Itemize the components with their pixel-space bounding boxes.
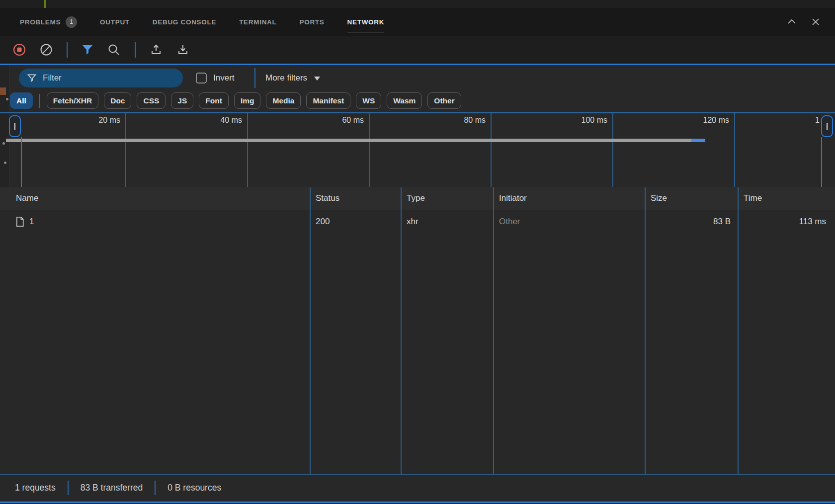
network-panel-content: Invert More filters All Fetch/XHR Doc CS…: [0, 65, 835, 504]
export-har-icon[interactable]: [176, 43, 189, 56]
request-name: 1: [29, 210, 34, 233]
overview-left-edge: [21, 137, 22, 187]
panel-window-controls: [786, 8, 821, 36]
waterfall-bar-waiting: [6, 139, 691, 142]
import-har-icon[interactable]: [150, 43, 163, 56]
overview-gridline: [612, 113, 613, 187]
overview-gridline: [125, 113, 126, 187]
problems-count-badge: 1: [66, 16, 77, 28]
chevron-up-icon[interactable]: [786, 16, 797, 27]
overview-right-edge: [821, 137, 822, 187]
tick-label-80ms: 80 ms: [386, 116, 486, 125]
tick-label-20ms: 20 ms: [21, 116, 120, 125]
tab-problems-label: PROBLEMS: [20, 18, 61, 26]
filter-funnel-outline-icon: [27, 73, 37, 83]
document-icon: [15, 216, 25, 227]
chip-js[interactable]: JS: [171, 92, 193, 109]
request-size-cell: 83 B: [645, 210, 731, 233]
chip-fetch-xhr[interactable]: Fetch/XHR: [47, 92, 98, 109]
chip-media[interactable]: Media: [266, 92, 301, 109]
annotation-dot: [6, 98, 8, 100]
tab-ports[interactable]: PORTS: [300, 8, 325, 36]
network-filter-field[interactable]: [19, 69, 183, 87]
request-type-cell: xhr: [407, 210, 418, 233]
waterfall-bar-download: [691, 139, 705, 142]
column-header-initiator[interactable]: Initiator: [499, 187, 527, 210]
toolbar-divider: [135, 42, 136, 58]
handle-grip: [14, 123, 16, 130]
requests-table-header: Name Status Type Initiator Size Time: [0, 187, 835, 210]
column-header-time[interactable]: Time: [744, 187, 762, 210]
chip-manifest[interactable]: Manifest: [306, 92, 350, 109]
tick-label-140ms-cropped: 1: [815, 116, 820, 125]
tick-label-60ms: 60 ms: [264, 116, 364, 125]
panel-focus-border-bottom: [0, 502, 835, 503]
invert-filter-toggle[interactable]: Invert: [196, 65, 235, 91]
filter-input[interactable]: [43, 73, 167, 83]
request-status-cell: 200: [316, 210, 330, 233]
overview-gridline: [491, 113, 492, 187]
request-type-filter-row: All Fetch/XHR Doc CSS JS Font Img Media …: [10, 91, 557, 111]
clear-icon[interactable]: [40, 43, 53, 56]
column-header-type[interactable]: Type: [407, 187, 425, 210]
resources-size: 0 B resources: [167, 483, 221, 493]
column-header-size[interactable]: Size: [651, 187, 667, 210]
overview-gridline: [369, 113, 370, 187]
request-name-cell[interactable]: 1: [15, 210, 303, 233]
network-toolbar: [0, 36, 835, 64]
more-filters-label: More filters: [265, 73, 307, 83]
request-time-cell: 113 ms: [738, 210, 826, 233]
request-initiator-cell: Other: [499, 210, 520, 233]
chip-font[interactable]: Font: [199, 92, 229, 109]
overview-left-handle[interactable]: [9, 115, 21, 137]
network-overview-timeline[interactable]: 20 ms 40 ms 60 ms 80 ms 100 ms 120 ms 1: [0, 112, 835, 187]
table-row[interactable]: 1 200 xhr Other 83 B 113 ms: [0, 210, 835, 233]
record-icon[interactable]: [13, 43, 26, 56]
tick-label-40ms: 40 ms: [143, 116, 242, 125]
tick-label-100ms: 100 ms: [508, 116, 607, 125]
chip-css[interactable]: CSS: [137, 92, 166, 109]
panel-tabbar: PROBLEMS 1 OUTPUT DEBUG CONSOLE TERMINAL…: [0, 8, 835, 36]
chip-ws[interactable]: WS: [356, 92, 381, 109]
column-header-status[interactable]: Status: [316, 187, 339, 210]
invert-label: Invert: [213, 73, 235, 83]
editor-code-strip: 20 // const yourMMKVStorage = new MMKV()…: [0, 0, 835, 8]
chip-img[interactable]: Img: [234, 92, 261, 109]
git-modified-indicator: [44, 0, 46, 8]
tab-network[interactable]: NETWORK: [347, 8, 385, 36]
transferred-size: 83 B transferred: [81, 483, 143, 493]
overview-gridline: [734, 113, 735, 187]
chip-all[interactable]: All: [10, 92, 33, 109]
tab-output[interactable]: OUTPUT: [100, 8, 130, 36]
requests-count: 1 requests: [15, 483, 56, 493]
invert-checkbox[interactable]: [196, 73, 207, 84]
chips-divider: [39, 94, 40, 108]
overview-right-handle[interactable]: [821, 115, 833, 137]
handle-grip: [827, 123, 828, 130]
search-icon[interactable]: [107, 43, 121, 57]
filter-funnel-icon[interactable]: [82, 44, 93, 56]
overview-gridline: [247, 113, 248, 187]
tab-terminal[interactable]: TERMINAL: [239, 8, 276, 36]
tab-problems[interactable]: PROBLEMS 1: [20, 8, 77, 36]
summary-divider: [68, 481, 69, 495]
toolbar-divider: [67, 42, 68, 58]
close-icon[interactable]: [810, 16, 821, 27]
more-filters-dropdown[interactable]: More filters: [265, 65, 320, 91]
column-header-name[interactable]: Name: [16, 187, 38, 210]
tick-label-120ms: 120 ms: [630, 116, 729, 125]
network-summary-bar: 1 requests 83 B transferred 0 B resource…: [0, 475, 835, 502]
scroll-annotation-marker: [0, 87, 6, 95]
chip-wasm[interactable]: Wasm: [387, 92, 422, 109]
filterbar-divider: [254, 68, 255, 88]
chip-doc[interactable]: Doc: [104, 92, 131, 109]
chevron-down-icon: [314, 77, 320, 81]
tab-debug-console[interactable]: DEBUG CONSOLE: [153, 8, 216, 36]
chip-other[interactable]: Other: [427, 92, 461, 109]
summary-divider: [155, 481, 156, 495]
